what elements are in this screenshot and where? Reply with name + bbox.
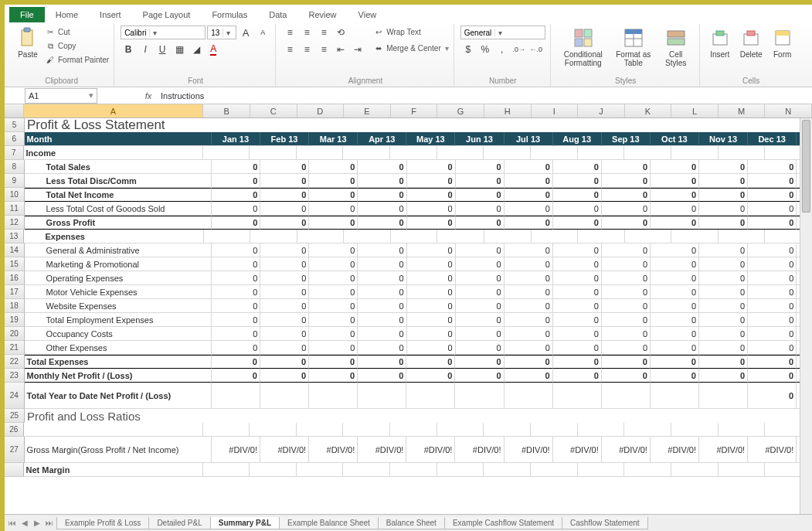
- row-header[interactable]: 13: [5, 230, 24, 243]
- cell[interactable]: 0: [260, 355, 309, 369]
- tab-home[interactable]: Home: [45, 7, 89, 22]
- row-header[interactable]: 23: [5, 369, 25, 383]
- col-header-J[interactable]: J: [578, 104, 625, 117]
- cell[interactable]: [484, 423, 531, 437]
- tab-page-layout[interactable]: Page Layout: [132, 7, 202, 22]
- cell[interactable]: #DIV/0!: [212, 437, 260, 463]
- cell[interactable]: 0: [456, 243, 505, 257]
- cell[interactable]: Total Year to Date Net Profit / (Loss): [25, 383, 212, 409]
- next-sheet-button[interactable]: ▶: [31, 517, 43, 529]
- sheet-tab[interactable]: Balance Sheet: [378, 517, 445, 529]
- increase-font-button[interactable]: A: [238, 26, 253, 39]
- row-header[interactable]: 15: [5, 257, 25, 271]
- cell[interactable]: 0: [699, 313, 748, 327]
- cell[interactable]: 0: [699, 257, 748, 271]
- font-name-combo[interactable]: Calibri▾: [121, 26, 206, 39]
- cell[interactable]: #DIV/0!: [553, 437, 602, 463]
- cell[interactable]: Total Employment Expenses: [25, 313, 212, 327]
- cell[interactable]: [203, 463, 250, 477]
- cell[interactable]: Oct 13: [651, 132, 699, 146]
- cell[interactable]: Aug 13: [553, 132, 602, 146]
- cell[interactable]: 0: [505, 355, 553, 369]
- align-bottom-button[interactable]: ≡: [316, 26, 331, 39]
- cell[interactable]: 0: [212, 160, 260, 174]
- cell[interactable]: 0: [260, 369, 309, 383]
- cell[interactable]: 0: [260, 202, 309, 216]
- first-sheet-button[interactable]: ⏮: [6, 517, 19, 529]
- cell[interactable]: [531, 423, 578, 437]
- row-header[interactable]: 18: [5, 299, 25, 313]
- cell[interactable]: 0: [260, 285, 309, 299]
- cell[interactable]: 0: [505, 299, 553, 313]
- cell[interactable]: 0: [553, 327, 602, 341]
- cell[interactable]: 0: [456, 188, 505, 202]
- cell[interactable]: 0: [505, 174, 553, 188]
- cell[interactable]: 0: [358, 202, 406, 216]
- cell[interactable]: 0: [602, 202, 651, 216]
- cell[interactable]: 0: [358, 355, 406, 369]
- align-left-button[interactable]: ≡: [282, 43, 297, 56]
- cell[interactable]: 0: [309, 174, 358, 188]
- tab-formulas[interactable]: Formulas: [201, 7, 258, 22]
- cell[interactable]: [484, 230, 532, 243]
- cell[interactable]: [343, 146, 390, 160]
- cell[interactable]: [297, 230, 345, 243]
- cell[interactable]: 0: [260, 160, 309, 174]
- cell[interactable]: [651, 383, 699, 409]
- cell[interactable]: 0: [651, 188, 699, 202]
- cell[interactable]: 0: [699, 355, 748, 369]
- tab-review[interactable]: Review: [297, 7, 347, 22]
- cell[interactable]: Jun 13: [455, 132, 504, 146]
- cell[interactable]: 0: [748, 285, 797, 299]
- cell[interactable]: 0: [505, 257, 553, 271]
- italic-button[interactable]: I: [138, 43, 153, 56]
- cell[interactable]: 0: [553, 174, 602, 188]
- cell[interactable]: [297, 423, 344, 437]
- cell[interactable]: [212, 383, 260, 409]
- cell[interactable]: 0: [748, 216, 797, 230]
- cell[interactable]: 0: [456, 216, 505, 230]
- cell[interactable]: 0: [309, 257, 358, 271]
- row-header[interactable]: 11: [5, 202, 25, 216]
- cell[interactable]: [250, 146, 297, 160]
- cell[interactable]: 0: [260, 174, 309, 188]
- col-header-E[interactable]: E: [344, 104, 391, 117]
- cell[interactable]: 0: [748, 188, 797, 202]
- cell[interactable]: Marketing & Promotional: [25, 257, 212, 271]
- col-header-D[interactable]: D: [297, 104, 345, 117]
- cell[interactable]: [250, 230, 297, 243]
- tab-file[interactable]: File: [9, 7, 45, 22]
- cell[interactable]: 0: [309, 160, 358, 174]
- number-format-combo[interactable]: General▾: [460, 26, 545, 39]
- cell[interactable]: 0: [651, 355, 699, 369]
- cell[interactable]: 0: [602, 327, 651, 341]
- cell[interactable]: 0: [553, 355, 602, 369]
- row-header[interactable]: 14: [5, 243, 25, 257]
- cell[interactable]: 0: [553, 257, 602, 271]
- cell[interactable]: 0: [748, 369, 797, 383]
- cell[interactable]: [297, 146, 344, 160]
- cell[interactable]: 0: [699, 341, 748, 355]
- cell[interactable]: 0: [602, 355, 651, 369]
- row-header[interactable]: 20: [5, 327, 25, 341]
- spreadsheet-grid[interactable]: ABCDEFGHIJKLMN 5Profit & Loss Statement6…: [5, 104, 812, 514]
- cell[interactable]: 0: [456, 174, 505, 188]
- cell[interactable]: [250, 423, 297, 437]
- cell[interactable]: 0: [407, 327, 456, 341]
- cell[interactable]: 0: [455, 369, 504, 383]
- row-header[interactable]: 19: [5, 313, 25, 327]
- cell[interactable]: [671, 463, 719, 477]
- col-header-N[interactable]: N: [765, 104, 812, 117]
- cell[interactable]: 0: [358, 313, 406, 327]
- orientation-button[interactable]: ⟲: [333, 26, 348, 39]
- cell[interactable]: [671, 146, 719, 160]
- border-button[interactable]: ▦: [172, 43, 187, 56]
- cell[interactable]: 0: [553, 271, 602, 285]
- cell[interactable]: Expenses: [24, 230, 204, 243]
- cell[interactable]: 0: [553, 313, 602, 327]
- cell[interactable]: 0: [260, 216, 309, 230]
- increase-decimal-button[interactable]: .0→: [511, 43, 527, 56]
- row-header[interactable]: 16: [5, 271, 25, 285]
- cell[interactable]: 0: [748, 355, 797, 369]
- row-header[interactable]: [5, 463, 24, 477]
